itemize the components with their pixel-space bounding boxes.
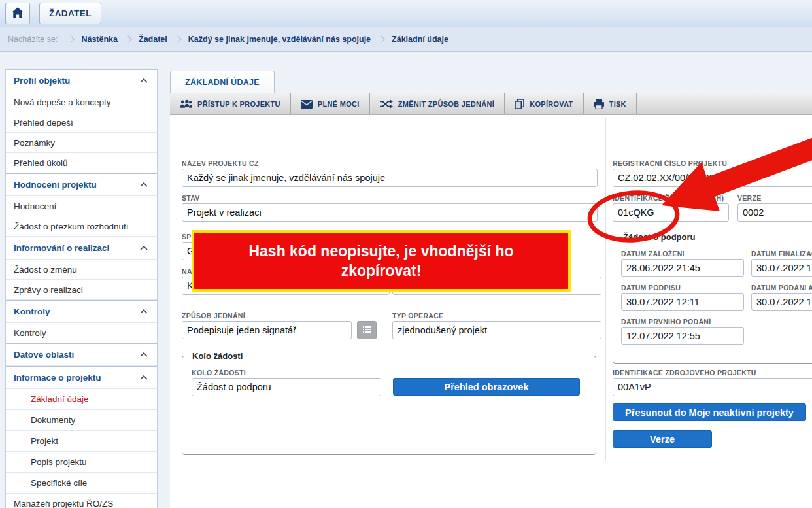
sidebar-section-datove-oblasti[interactable]: Datové oblasti bbox=[6, 343, 157, 366]
sidebar-item-zadost-o-prezkum-rozhodnuti[interactable]: Žádost o přezkum rozhodnutí bbox=[6, 216, 157, 237]
datum-input-datum-finalizace[interactable] bbox=[751, 259, 812, 277]
toolbar-button-kopirovat[interactable]: KOPÍROVAT bbox=[505, 93, 583, 114]
home-icon bbox=[12, 7, 24, 20]
presunout-neaktivni-button[interactable]: Přesunout do Moje neaktivní projekty bbox=[613, 403, 806, 421]
datum-input-datum-prvniho-podani[interactable] bbox=[621, 327, 744, 345]
people-icon bbox=[180, 99, 192, 109]
sidebar-section-kontroly[interactable]: Kontroly bbox=[6, 300, 157, 323]
sidebar-section-hodnoceni-projektu[interactable]: Hodnocení projektu bbox=[6, 173, 157, 196]
sidebar-section-profil-objektu[interactable]: Profil objektu bbox=[6, 69, 157, 92]
top-application-bar: ŽADATEL bbox=[0, 0, 812, 27]
breadcrumb: Nacházíte se: NástěnkaŽadatelKaždý se ji… bbox=[0, 27, 812, 52]
sidebar-label: Kontroly bbox=[14, 328, 46, 338]
sidebar-label: Manažeři projektu ŘO/ZS bbox=[14, 499, 113, 508]
sidebar-item-zpravy-o-realizaci[interactable]: Zprávy o realizaci bbox=[6, 280, 157, 300]
datum-label-datum-podpisu: DATUM PODPISU bbox=[621, 284, 681, 292]
datum-input-datum-zalozeni[interactable] bbox=[621, 259, 744, 277]
chevron-up-icon bbox=[140, 352, 148, 357]
toolbar-button-label: KOPÍROVAT bbox=[530, 100, 573, 108]
sidebar-item-popis-projektu[interactable]: Popis projektu bbox=[6, 452, 157, 473]
page: ŽADATEL Nacházíte se: NástěnkaŽadatelKaž… bbox=[0, 0, 812, 508]
sidebar-item-hodnoceni[interactable]: Hodnocení bbox=[6, 196, 157, 216]
sidebar-label: Dokumenty bbox=[31, 415, 75, 425]
sidebar-label: Projekt bbox=[31, 436, 58, 446]
sidebar-section-informace-o-projektu[interactable]: Informace o projektu bbox=[6, 366, 157, 389]
sidebar-item-manazeri-projektu-ro-zs[interactable]: Manažeři projektu ŘO/ZS bbox=[6, 494, 157, 508]
verze-label: VERZE bbox=[737, 194, 762, 202]
sidebar-item-prehled-ukolu[interactable]: Přehled úkolů bbox=[6, 153, 157, 173]
sidebar-item-dokumenty[interactable]: Dokumenty bbox=[6, 410, 157, 431]
sidebar-item-nova-depese-a-koncepty[interactable]: Nová depeše a koncepty bbox=[6, 92, 157, 112]
sidebar-item-kontroly[interactable]: Kontroly bbox=[6, 323, 157, 343]
chevron-up-icon bbox=[140, 375, 148, 380]
sidebar-item-specificke-cile[interactable]: Specifické cíle bbox=[6, 473, 157, 494]
chevron-up-icon bbox=[140, 246, 148, 250]
toolbar-button-label: TISK bbox=[609, 100, 626, 108]
stav-input[interactable] bbox=[182, 203, 598, 222]
envelope-icon bbox=[301, 100, 313, 109]
hash-input[interactable] bbox=[613, 203, 729, 222]
chevron-up-icon bbox=[140, 182, 148, 187]
zpusob-jednani-list-button[interactable] bbox=[357, 321, 377, 339]
sidebar-label: Zprávy o realizaci bbox=[14, 285, 83, 295]
toolbar-button-plne-moci[interactable]: PLNÉ MOCI bbox=[291, 93, 370, 114]
kolo-zadosti-label: KOLO ŽÁDOSTI bbox=[192, 369, 246, 377]
datum-input-datum-podani-aktualni-verze[interactable] bbox=[751, 293, 812, 311]
toolbar-button-tisk[interactable]: TISK bbox=[584, 93, 637, 114]
sidebar-item-prehled-depesi[interactable]: Přehled depeší bbox=[6, 112, 157, 133]
typ-operace-input[interactable] bbox=[392, 321, 601, 339]
toolbar: PŘÍSTUP K PROJEKTUPLNÉ MOCIZMĚNIT ZPŮSOB… bbox=[170, 93, 812, 115]
zpusob-jednani-label: ZPŮSOB JEDNÁNÍ bbox=[182, 312, 245, 320]
datum-label-datum-podani-aktualni-verze: DATUM PODÁNÍ AKTUÁLNÍ VERZE bbox=[751, 284, 812, 292]
sidebar-label: Informace o projektu bbox=[14, 373, 101, 382]
sidebar-item-projekt[interactable]: Projekt bbox=[6, 431, 157, 452]
sidebar-label: Přehled depeší bbox=[14, 118, 73, 127]
datum-label-datum-zalozeni: DATUM ZALOŽENÍ bbox=[621, 250, 685, 258]
toolbar-button-zmenit-zpusob-jednani[interactable]: ZMĚNIT ZPŮSOB JEDNÁNÍ bbox=[370, 93, 505, 114]
sidebar-label: Profil objektu bbox=[14, 76, 70, 86]
prehled-obrazovek-button[interactable]: Přehled obrazovek bbox=[393, 378, 580, 396]
sidebar-item-poznamky[interactable]: Poznámky bbox=[6, 133, 157, 153]
sidebar-section-informovani-o-realizaci[interactable]: Informování o realizaci bbox=[6, 237, 157, 260]
toolbar-button-pristup-k-projektu[interactable]: PŘÍSTUP K PROJEKTU bbox=[170, 93, 291, 114]
sidebar-item-zakladni-udaje[interactable]: Základní údaje bbox=[6, 389, 157, 410]
breadcrumb-item-zakladni-udaje[interactable]: Základní údaje bbox=[392, 35, 448, 44]
breadcrumb-item-nastenka[interactable]: Nástěnka bbox=[81, 35, 118, 44]
copy-icon bbox=[515, 99, 524, 109]
home-button[interactable] bbox=[5, 3, 30, 24]
datum-input-datum-podpisu[interactable] bbox=[621, 293, 744, 311]
sidebar-label: Specifické cíle bbox=[31, 478, 87, 488]
kolo-zadosti-fieldset: Kolo žádosti KOLO ŽÁDOSTI Přehled obrazo… bbox=[182, 356, 596, 455]
sidebar-label: Poznámky bbox=[14, 138, 55, 148]
nazev-projektu-input[interactable] bbox=[182, 169, 598, 187]
sidebar-label: Hodnocení projektu bbox=[14, 180, 97, 190]
kolo-zadosti-input[interactable] bbox=[192, 378, 381, 396]
warning-overlay-box: Hash kód neopisujte, je vhodnější ho zko… bbox=[192, 230, 571, 292]
tab-zakladni-udaje[interactable]: ZÁKLADNÍ ÚDAJE bbox=[170, 71, 275, 93]
zdrojovy-projekt-label: IDENTIFIKACE ZDROJOVÉHO PROJEKTU bbox=[613, 369, 756, 377]
breadcrumb-item-kazdy-se-jinak-jmenuje-vzdelavani-nas-spojuje[interactable]: Každý se jinak jmenuje, vzdělávání nás s… bbox=[188, 35, 371, 44]
sidebar-label: Informování o realizaci bbox=[14, 243, 109, 253]
sidebar-label: Popis projektu bbox=[31, 457, 87, 467]
warning-overlay-text: Hash kód neopisujte, je vhodnější ho zko… bbox=[224, 241, 539, 280]
datum-label-datum-finalizace: DATUM FINALIZACE bbox=[751, 250, 812, 258]
breadcrumb-item-zadatel[interactable]: Žadatel bbox=[139, 35, 167, 44]
kolo-zadosti-legend: Kolo žádosti bbox=[189, 351, 246, 361]
hash-label: IDENTIFIKACE ŽÁDOSTI (HASH) bbox=[613, 194, 724, 202]
breadcrumb-separator-icon bbox=[67, 35, 75, 42]
verze-button[interactable]: Verze bbox=[613, 430, 712, 448]
verze-input[interactable] bbox=[737, 203, 812, 222]
registracni-cislo-label: REGISTRAČNÍ ČÍSLO PROJEKTU bbox=[613, 160, 727, 167]
zadatel-button[interactable]: ŽADATEL bbox=[39, 3, 101, 24]
breadcrumb-prefix: Nacházíte se: bbox=[8, 35, 58, 44]
sidebar-item-zadost-o-zmenu[interactable]: Žádost o změnu bbox=[6, 260, 157, 280]
nazev-projektu-label: NÁZEV PROJEKTU CZ bbox=[182, 160, 259, 167]
chevron-up-icon bbox=[140, 78, 148, 83]
sidebar-label: Základní údaje bbox=[31, 394, 89, 404]
registracni-cislo-input[interactable] bbox=[613, 169, 812, 187]
sidebar-label: Hodnocení bbox=[14, 201, 56, 211]
shuffle-icon bbox=[380, 99, 393, 109]
breadcrumb-separator-icon bbox=[377, 35, 384, 42]
zpusob-jednani-input[interactable] bbox=[182, 321, 352, 339]
zdrojovy-projekt-input[interactable] bbox=[613, 378, 812, 396]
